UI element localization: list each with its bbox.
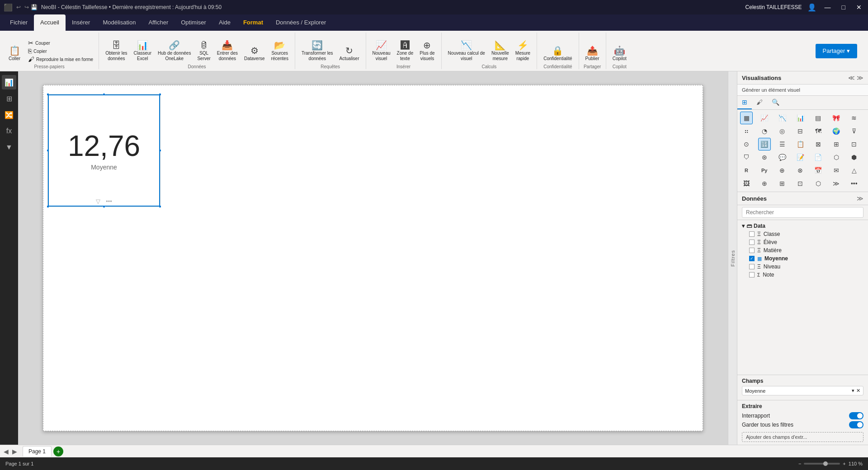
- classeur-excel-button[interactable]: 📊 ClasseurExcel: [131, 39, 154, 63]
- nouveau-visuel-button[interactable]: 📈 Nouveauvisuel: [370, 39, 393, 63]
- viz-icon-decomp[interactable]: ⛉: [740, 151, 753, 164]
- tab-inserer[interactable]: Insérer: [66, 14, 96, 31]
- viz-icon-ai[interactable]: ≫: [830, 177, 843, 190]
- sidebar-table-icon[interactable]: ⊞: [2, 91, 16, 106]
- tab-donnees[interactable]: Données / Explorer: [269, 14, 332, 31]
- data-item-niveau[interactable]: Ξ Niveau: [742, 263, 863, 271]
- viz-icon-gauge[interactable]: ⊙: [740, 138, 753, 150]
- close-button[interactable]: ✕: [854, 4, 864, 11]
- more-icon[interactable]: •••: [106, 198, 112, 205]
- sql-server-button[interactable]: 🛢 SQLServer: [194, 39, 213, 63]
- tab-format[interactable]: Format: [237, 14, 269, 31]
- garder-filtres-toggle[interactable]: [849, 421, 863, 428]
- viz-icon-custom2[interactable]: 📅: [812, 164, 825, 177]
- viz-icon-power-apps[interactable]: ⬡: [830, 151, 843, 164]
- viz-icon-ellipsis[interactable]: •••: [848, 177, 860, 190]
- viz-icon-paginated[interactable]: 📄: [812, 151, 825, 164]
- publier-button[interactable]: 📤 Publier: [583, 44, 602, 63]
- field-chip-moyenne[interactable]: Moyenne ▾ ✕: [742, 386, 863, 395]
- viz-icon-more1[interactable]: ⊕: [758, 177, 771, 190]
- user-avatar[interactable]: 👤: [807, 3, 816, 12]
- data-item-matiere[interactable]: Ξ Matière: [742, 246, 863, 254]
- resize-handle-lm[interactable]: [47, 149, 49, 152]
- resize-handle-rm[interactable]: [159, 149, 161, 152]
- checkbox-note[interactable]: [749, 272, 755, 277]
- checkbox-matiere[interactable]: [749, 248, 755, 253]
- viz-icon-r[interactable]: R: [740, 164, 753, 177]
- viz-icon-more2[interactable]: ⊞: [776, 177, 788, 190]
- tab-optimiser[interactable]: Optimiser: [175, 14, 212, 31]
- data-item-note[interactable]: Σ Note: [742, 271, 863, 279]
- copier-button[interactable]: ⎘ Copier: [26, 47, 95, 55]
- tab-accueil[interactable]: Accueil: [34, 14, 66, 31]
- nouvelle-mesure-button[interactable]: 📐 Nouvellemesure: [489, 39, 512, 63]
- viz-icon-key-influencers[interactable]: ⊛: [758, 151, 771, 164]
- sidebar-filter-icon[interactable]: ▼: [2, 140, 16, 155]
- search-input[interactable]: [742, 207, 863, 218]
- zoom-out-icon[interactable]: −: [798, 461, 801, 466]
- actualiser-button[interactable]: ↻ Actualiser: [337, 44, 362, 63]
- coller-button[interactable]: 📋 Coller: [4, 44, 25, 63]
- add-page-button[interactable]: +: [53, 446, 63, 456]
- resize-handle-tl[interactable]: [47, 93, 49, 96]
- filter-icon[interactable]: ▽: [96, 198, 100, 205]
- viz-icon-shape[interactable]: △: [848, 164, 860, 177]
- viz-icon-smart-narrative[interactable]: 📝: [794, 151, 807, 164]
- nouveau-calcul-button[interactable]: 📉 Nouveau calcul devisuel: [445, 39, 488, 63]
- checkbox-niveau[interactable]: [749, 264, 755, 269]
- viz-icon-multi-row-card[interactable]: ☰: [776, 138, 788, 150]
- plus-visuels-button[interactable]: ⊕ Plus devisuels: [417, 39, 437, 63]
- viz-icon-card[interactable]: 🔢: [758, 138, 771, 150]
- viz-icon-pie[interactable]: ◔: [758, 125, 771, 137]
- tab-fichier[interactable]: Fichier: [4, 14, 34, 31]
- viz-icon-funnel[interactable]: ⊽: [848, 125, 860, 137]
- viz-expand-button[interactable]: ≫: [857, 74, 863, 81]
- viz-icon-python[interactable]: Py: [758, 164, 771, 177]
- viz-icon-azure-map[interactable]: ⊕: [776, 164, 788, 177]
- data-expand-icon[interactable]: ≫: [857, 195, 863, 202]
- zoom-slider[interactable]: [804, 463, 840, 465]
- resize-handle-tr[interactable]: [159, 93, 161, 96]
- mesure-rapide-button[interactable]: ⚡ Mesurerapide: [513, 39, 533, 63]
- viz-icon-line[interactable]: 📈: [758, 112, 771, 124]
- viz-icon-area[interactable]: 📉: [776, 112, 788, 124]
- viz-tab-format[interactable]: 🖌: [752, 96, 767, 109]
- sidebar-model-icon[interactable]: 🔀: [2, 108, 16, 122]
- checkbox-eleve[interactable]: [749, 240, 755, 245]
- maximize-button[interactable]: □: [839, 4, 848, 11]
- minimize-button[interactable]: —: [822, 4, 834, 11]
- remove-chip-icon[interactable]: ✕: [856, 388, 860, 394]
- sidebar-report-icon[interactable]: 📊: [2, 75, 16, 89]
- tab-afficher[interactable]: Afficher: [142, 14, 175, 31]
- tab-modelisation[interactable]: Modélisation: [96, 14, 142, 31]
- filters-toggle[interactable]: Filtres: [728, 71, 737, 445]
- zone-texte-button[interactable]: 🅰 Zone detexte: [394, 39, 416, 63]
- resize-handle-br[interactable]: [159, 205, 161, 208]
- viz-icon-image[interactable]: 🖼: [740, 177, 753, 190]
- viz-icon-filled-map[interactable]: 🌍: [830, 125, 843, 137]
- data-group-header[interactable]: ▾ 🗃 Data: [742, 222, 863, 230]
- viz-icon-qna[interactable]: 💬: [776, 151, 788, 164]
- interrapport-toggle[interactable]: [849, 412, 863, 419]
- viz-icon-power-automate[interactable]: ⬢: [848, 151, 860, 164]
- checkbox-classe[interactable]: [749, 231, 755, 237]
- viz-icon-kpi[interactable]: 📋: [794, 138, 807, 150]
- transformer-button[interactable]: 🔄 Transformer lesdonnées: [299, 39, 336, 63]
- page-tab-1[interactable]: Page 1: [23, 446, 52, 456]
- viz-icon-matrix[interactable]: ⊡: [848, 138, 860, 150]
- viz-icon-slicer[interactable]: ⊠: [812, 138, 825, 150]
- viz-tab-analytics[interactable]: 🔍: [767, 96, 784, 109]
- couper-button[interactable]: ✂ Couper: [26, 39, 95, 47]
- viz-icon-ribbon[interactable]: 🎀: [830, 112, 843, 124]
- viz-collapse-button[interactable]: ≪: [848, 74, 855, 81]
- hub-donnees-button[interactable]: 🔗 Hub de donnéesOneLake: [155, 39, 193, 63]
- viz-icon-table[interactable]: ⊞: [830, 138, 843, 150]
- entrer-donnees-button[interactable]: 📥 Entrer desdonnées: [214, 39, 241, 63]
- sources-recentes-button[interactable]: 📂 Sourcesrécentes: [269, 39, 291, 63]
- viz-icon-more3[interactable]: ⊡: [794, 177, 807, 190]
- viz-icon-scatter[interactable]: ⠶: [740, 125, 753, 137]
- viz-icon-waterfall[interactable]: ≋: [848, 112, 860, 124]
- confidentialite-button[interactable]: 🔒 Confidentialité: [541, 44, 575, 63]
- resize-handle-bl[interactable]: [47, 205, 49, 208]
- reproduire-button[interactable]: 🖌 Reproduire la mise en forme: [26, 55, 95, 63]
